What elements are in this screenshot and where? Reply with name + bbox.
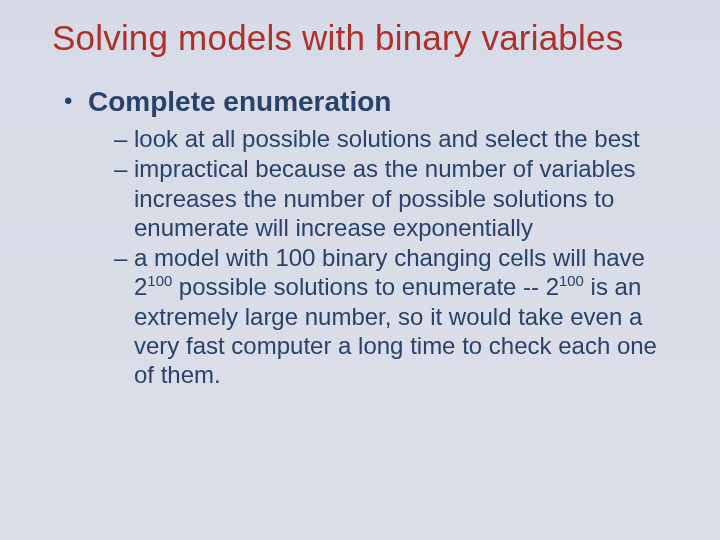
superscript-100-b: 100 (559, 273, 584, 289)
slide: Solving models with binary variables Com… (0, 0, 720, 540)
sub3-text-b: possible solutions to enumerate -- 2 (172, 273, 559, 300)
superscript-100-a: 100 (147, 273, 172, 289)
sub-bullet-2: impractical because as the number of var… (114, 154, 668, 242)
slide-title: Solving models with binary variables (52, 18, 668, 58)
bullet-list-level1: Complete enumeration look at all possibl… (52, 86, 668, 389)
bullet-complete-enumeration: Complete enumeration look at all possibl… (62, 86, 668, 389)
bullet-list-level2: look at all possible solutions and selec… (88, 124, 668, 389)
bullet-level1-text: Complete enumeration (88, 86, 391, 117)
sub-bullet-1: look at all possible solutions and selec… (114, 124, 668, 153)
sub-bullet-3: a model with 100 binary changing cells w… (114, 243, 668, 389)
